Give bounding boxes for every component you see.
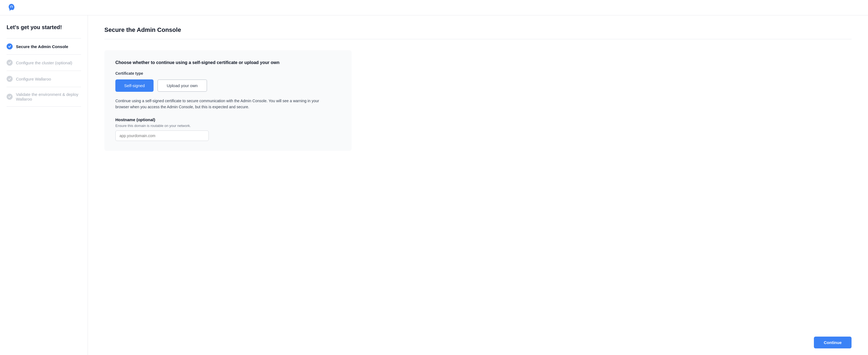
cert-type-label: Certificate type	[115, 71, 341, 76]
main-layout: Let's get you started! Secure the Admin …	[0, 16, 868, 355]
check-icon-configure-wallaroo	[7, 76, 12, 82]
check-icon-validate-deploy	[7, 94, 12, 100]
sidebar-item-configure-cluster[interactable]: Configure the cluster (optional)	[7, 55, 81, 70]
sidebar-item-configure-wallaroo[interactable]: Configure Wallaroo	[7, 71, 81, 87]
sidebar-item-label-validate-deploy: Validate the environment & deploy Wallar…	[16, 92, 81, 101]
main-card: Choose whether to continue using a self-…	[104, 50, 351, 151]
page-title: Secure the Admin Console	[104, 26, 851, 33]
sidebar-item-validate-deploy[interactable]: Validate the environment & deploy Wallar…	[7, 87, 81, 106]
sidebar-item-secure-admin[interactable]: Secure the Admin Console	[7, 38, 81, 54]
sidebar-divider-4	[7, 106, 81, 107]
description-text: Continue using a self-signed certificate…	[115, 98, 321, 110]
continue-button[interactable]: Continue	[814, 336, 851, 348]
sidebar-item-label-configure-wallaroo: Configure Wallaroo	[16, 77, 51, 81]
sidebar: Let's get you started! Secure the Admin …	[0, 16, 88, 355]
check-icon-secure-admin	[7, 43, 12, 50]
svg-point-1	[12, 7, 13, 7]
sidebar-item-label-secure-admin: Secure the Admin Console	[16, 44, 68, 49]
logo	[7, 3, 17, 12]
hostname-input[interactable]	[115, 130, 209, 141]
content-divider	[104, 39, 851, 39]
footer-actions: Continue	[217, 330, 868, 355]
button-group: Self-signed Upload your own	[115, 80, 341, 92]
sidebar-title: Let's get you started!	[7, 24, 81, 30]
content-area: Secure the Admin Console Choose whether …	[88, 16, 868, 355]
card-question: Choose whether to continue using a self-…	[115, 60, 341, 65]
svg-point-0	[10, 7, 11, 7]
upload-own-button[interactable]: Upload your own	[157, 80, 207, 92]
self-signed-button[interactable]: Self-signed	[115, 80, 154, 92]
hostname-label: Hostname (optional)	[115, 117, 341, 122]
top-bar	[0, 0, 868, 16]
sidebar-item-label-configure-cluster: Configure the cluster (optional)	[16, 60, 72, 65]
check-icon-configure-cluster	[7, 60, 12, 66]
hostname-hint: Ensure this domain is routable on your n…	[115, 124, 341, 128]
